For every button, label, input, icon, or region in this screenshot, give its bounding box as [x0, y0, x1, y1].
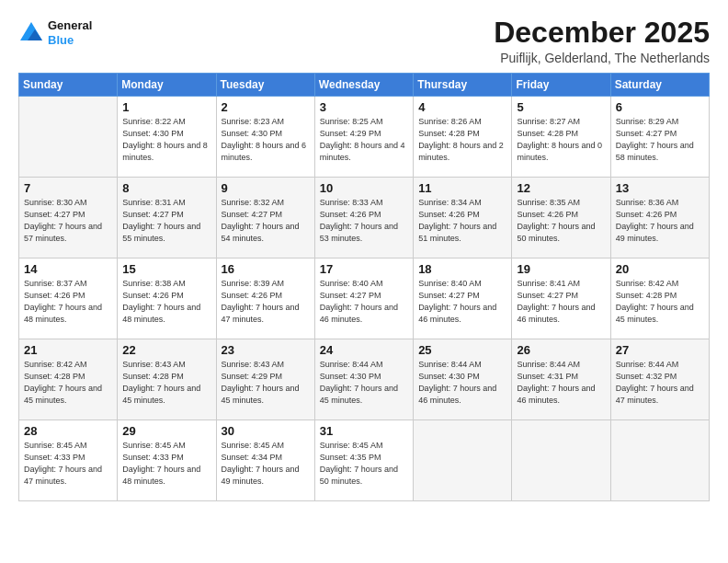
calendar-cell: 22Sunrise: 8:43 AM Sunset: 4:28 PM Dayli… [118, 339, 216, 420]
calendar-body: 1Sunrise: 8:22 AM Sunset: 4:30 PM Daylig… [19, 97, 710, 501]
day-number: 28 [24, 424, 112, 438]
calendar-cell: 13Sunrise: 8:36 AM Sunset: 4:26 PM Dayli… [610, 178, 709, 259]
calendar-cell: 29Sunrise: 8:45 AM Sunset: 4:33 PM Dayli… [118, 420, 216, 501]
col-sunday: Sunday [19, 74, 118, 97]
calendar-cell [512, 420, 610, 501]
day-info: Sunrise: 8:35 AM Sunset: 4:26 PM Dayligh… [517, 197, 605, 245]
calendar-cell: 8Sunrise: 8:31 AM Sunset: 4:27 PM Daylig… [118, 178, 216, 259]
day-number: 18 [418, 262, 506, 276]
header: General Blue December 2025 Puiflijk, Gel… [18, 17, 710, 65]
calendar-cell: 6Sunrise: 8:29 AM Sunset: 4:27 PM Daylig… [610, 97, 709, 178]
day-number: 29 [122, 424, 210, 438]
calendar-cell: 27Sunrise: 8:44 AM Sunset: 4:32 PM Dayli… [610, 339, 709, 420]
day-info: Sunrise: 8:44 AM Sunset: 4:30 PM Dayligh… [320, 359, 408, 407]
col-friday: Friday [512, 74, 610, 97]
day-number: 13 [616, 181, 704, 195]
day-info: Sunrise: 8:27 AM Sunset: 4:28 PM Dayligh… [517, 116, 605, 164]
logo-icon [18, 20, 44, 46]
day-info: Sunrise: 8:39 AM Sunset: 4:26 PM Dayligh… [222, 278, 310, 326]
day-info: Sunrise: 8:25 AM Sunset: 4:29 PM Dayligh… [320, 116, 408, 164]
day-number: 7 [24, 181, 112, 195]
day-number: 19 [517, 262, 605, 276]
day-number: 12 [517, 181, 605, 195]
subtitle: Puiflijk, Gelderland, The Netherlands [494, 51, 710, 65]
day-info: Sunrise: 8:37 AM Sunset: 4:26 PM Dayligh… [24, 278, 112, 326]
calendar-cell: 14Sunrise: 8:37 AM Sunset: 4:26 PM Dayli… [19, 259, 118, 339]
day-info: Sunrise: 8:45 AM Sunset: 4:33 PM Dayligh… [24, 440, 112, 488]
calendar-cell: 31Sunrise: 8:45 AM Sunset: 4:35 PM Dayli… [314, 420, 413, 501]
calendar-week-5: 28Sunrise: 8:45 AM Sunset: 4:33 PM Dayli… [19, 420, 710, 501]
day-info: Sunrise: 8:29 AM Sunset: 4:27 PM Dayligh… [616, 116, 704, 164]
day-info: Sunrise: 8:36 AM Sunset: 4:26 PM Dayligh… [616, 197, 704, 245]
day-number: 8 [122, 181, 210, 195]
calendar-cell: 20Sunrise: 8:42 AM Sunset: 4:28 PM Dayli… [610, 259, 709, 339]
calendar-week-4: 21Sunrise: 8:42 AM Sunset: 4:28 PM Dayli… [19, 339, 710, 420]
day-number: 10 [320, 181, 408, 195]
day-info: Sunrise: 8:23 AM Sunset: 4:30 PM Dayligh… [222, 116, 310, 164]
logo: General Blue [18, 18, 92, 47]
calendar-cell: 23Sunrise: 8:43 AM Sunset: 4:29 PM Dayli… [216, 339, 314, 420]
col-monday: Monday [118, 74, 216, 97]
day-info: Sunrise: 8:22 AM Sunset: 4:30 PM Dayligh… [122, 116, 210, 164]
calendar-cell: 21Sunrise: 8:42 AM Sunset: 4:28 PM Dayli… [19, 339, 118, 420]
calendar-table: Sunday Monday Tuesday Wednesday Thursday… [18, 73, 710, 501]
day-number: 25 [418, 343, 506, 357]
page: General Blue December 2025 Puiflijk, Gel… [0, 0, 728, 563]
calendar-cell: 19Sunrise: 8:41 AM Sunset: 4:27 PM Dayli… [512, 259, 610, 339]
day-info: Sunrise: 8:44 AM Sunset: 4:31 PM Dayligh… [517, 359, 605, 407]
day-number: 6 [616, 100, 704, 114]
day-number: 16 [222, 262, 310, 276]
title-block: December 2025 Puiflijk, Gelderland, The … [494, 17, 710, 65]
day-info: Sunrise: 8:40 AM Sunset: 4:27 PM Dayligh… [320, 278, 408, 326]
day-info: Sunrise: 8:40 AM Sunset: 4:27 PM Dayligh… [418, 278, 506, 326]
day-number: 23 [222, 343, 310, 357]
day-info: Sunrise: 8:34 AM Sunset: 4:26 PM Dayligh… [418, 197, 506, 245]
day-number: 2 [222, 100, 310, 114]
day-info: Sunrise: 8:44 AM Sunset: 4:30 PM Dayligh… [418, 359, 506, 407]
calendar-cell [610, 420, 709, 501]
day-info: Sunrise: 8:30 AM Sunset: 4:27 PM Dayligh… [24, 197, 112, 245]
calendar-cell [414, 420, 512, 501]
day-number: 27 [616, 343, 704, 357]
calendar-cell: 30Sunrise: 8:45 AM Sunset: 4:34 PM Dayli… [216, 420, 314, 501]
day-info: Sunrise: 8:44 AM Sunset: 4:32 PM Dayligh… [616, 359, 704, 407]
day-number: 31 [320, 424, 408, 438]
calendar-cell: 17Sunrise: 8:40 AM Sunset: 4:27 PM Dayli… [314, 259, 413, 339]
col-tuesday: Tuesday [216, 74, 314, 97]
day-info: Sunrise: 8:45 AM Sunset: 4:33 PM Dayligh… [122, 440, 210, 488]
calendar-cell: 25Sunrise: 8:44 AM Sunset: 4:30 PM Dayli… [414, 339, 512, 420]
calendar-cell: 15Sunrise: 8:38 AM Sunset: 4:26 PM Dayli… [118, 259, 216, 339]
day-info: Sunrise: 8:43 AM Sunset: 4:29 PM Dayligh… [222, 359, 310, 407]
day-info: Sunrise: 8:43 AM Sunset: 4:28 PM Dayligh… [122, 359, 210, 407]
day-info: Sunrise: 8:31 AM Sunset: 4:27 PM Dayligh… [122, 197, 210, 245]
day-info: Sunrise: 8:45 AM Sunset: 4:34 PM Dayligh… [222, 440, 310, 488]
calendar-cell: 24Sunrise: 8:44 AM Sunset: 4:30 PM Dayli… [314, 339, 413, 420]
day-number: 5 [517, 100, 605, 114]
day-number: 17 [320, 262, 408, 276]
day-number: 24 [320, 343, 408, 357]
logo-text: General Blue [48, 18, 92, 47]
day-number: 14 [24, 262, 112, 276]
calendar-cell: 3Sunrise: 8:25 AM Sunset: 4:29 PM Daylig… [314, 97, 413, 178]
calendar-cell: 18Sunrise: 8:40 AM Sunset: 4:27 PM Dayli… [414, 259, 512, 339]
calendar-cell: 10Sunrise: 8:33 AM Sunset: 4:26 PM Dayli… [314, 178, 413, 259]
col-saturday: Saturday [610, 74, 709, 97]
main-title: December 2025 [494, 17, 710, 49]
calendar-week-2: 7Sunrise: 8:30 AM Sunset: 4:27 PM Daylig… [19, 178, 710, 259]
calendar-cell: 2Sunrise: 8:23 AM Sunset: 4:30 PM Daylig… [216, 97, 314, 178]
day-info: Sunrise: 8:26 AM Sunset: 4:28 PM Dayligh… [418, 116, 506, 164]
calendar-cell: 26Sunrise: 8:44 AM Sunset: 4:31 PM Dayli… [512, 339, 610, 420]
header-row: Sunday Monday Tuesday Wednesday Thursday… [19, 74, 710, 97]
day-number: 30 [222, 424, 310, 438]
calendar-cell [19, 97, 118, 178]
day-info: Sunrise: 8:45 AM Sunset: 4:35 PM Dayligh… [320, 440, 408, 488]
day-number: 9 [222, 181, 310, 195]
day-number: 15 [122, 262, 210, 276]
day-number: 4 [418, 100, 506, 114]
calendar-cell: 16Sunrise: 8:39 AM Sunset: 4:26 PM Dayli… [216, 259, 314, 339]
day-info: Sunrise: 8:42 AM Sunset: 4:28 PM Dayligh… [616, 278, 704, 326]
day-info: Sunrise: 8:42 AM Sunset: 4:28 PM Dayligh… [24, 359, 112, 407]
calendar-cell: 5Sunrise: 8:27 AM Sunset: 4:28 PM Daylig… [512, 97, 610, 178]
calendar-cell: 12Sunrise: 8:35 AM Sunset: 4:26 PM Dayli… [512, 178, 610, 259]
calendar-cell: 4Sunrise: 8:26 AM Sunset: 4:28 PM Daylig… [414, 97, 512, 178]
